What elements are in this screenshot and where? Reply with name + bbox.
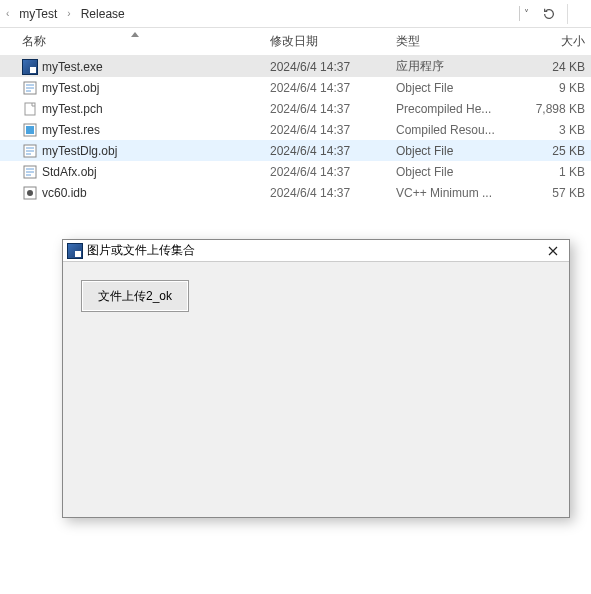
file-row[interactable]: vc60.idb2024/6/4 14:37VC++ Minimum ...57… <box>0 182 591 203</box>
file-date: 2024/6/4 14:37 <box>270 165 390 179</box>
file-date: 2024/6/4 14:37 <box>270 81 390 95</box>
file-type: Compiled Resou... <box>390 123 510 137</box>
file-icon <box>22 101 38 117</box>
search-area[interactable] <box>567 4 583 24</box>
file-name: myTestDlg.obj <box>42 144 117 158</box>
svg-rect-1 <box>25 103 35 115</box>
refresh-button[interactable] <box>539 4 559 24</box>
app-icon <box>67 243 83 259</box>
address-bar[interactable]: ‹ myTest › Release ˅ <box>0 0 591 28</box>
file-row[interactable]: myTest.pch2024/6/4 14:37Precompiled He..… <box>0 98 591 119</box>
file-list: 名称 修改日期 类型 大小 myTest.exe2024/6/4 14:37应用… <box>0 28 591 203</box>
dialog-body: 文件上传2_ok <box>63 262 569 330</box>
file-type: 应用程序 <box>390 58 510 75</box>
column-headers: 名称 修改日期 类型 大小 <box>0 28 591 56</box>
file-type: Object File <box>390 165 510 179</box>
dropdown-icon[interactable]: ˅ <box>519 6 533 21</box>
file-name: StdAfx.obj <box>42 165 97 179</box>
chevron-right-icon: › <box>65 8 72 19</box>
col-type-header[interactable]: 类型 <box>390 33 510 50</box>
col-date-header[interactable]: 修改日期 <box>270 33 390 50</box>
breadcrumb-item[interactable]: Release <box>77 5 129 23</box>
file-row[interactable]: myTest.obj2024/6/4 14:37Object File9 KB <box>0 77 591 98</box>
file-row[interactable]: myTest.exe2024/6/4 14:37应用程序24 KB <box>0 56 591 77</box>
close-button[interactable] <box>539 241 567 261</box>
file-type: Object File <box>390 144 510 158</box>
obj-icon <box>22 164 38 180</box>
col-size-header[interactable]: 大小 <box>510 33 591 50</box>
dialog-titlebar[interactable]: 图片或文件上传集合 <box>63 240 569 262</box>
upload-button[interactable]: 文件上传2_ok <box>81 280 189 312</box>
refresh-icon <box>542 7 556 21</box>
file-name: vc60.idb <box>42 186 87 200</box>
exe-icon <box>22 59 38 75</box>
dialog-title: 图片或文件上传集合 <box>87 242 195 259</box>
file-row[interactable]: myTest.res2024/6/4 14:37Compiled Resou..… <box>0 119 591 140</box>
chevron-left-icon: ‹ <box>4 8 11 19</box>
svg-rect-3 <box>26 126 34 134</box>
file-size: 9 KB <box>510 81 591 95</box>
file-type: VC++ Minimum ... <box>390 186 510 200</box>
file-date: 2024/6/4 14:37 <box>270 123 390 137</box>
file-size: 3 KB <box>510 123 591 137</box>
file-date: 2024/6/4 14:37 <box>270 60 390 74</box>
obj-icon <box>22 80 38 96</box>
col-name-header[interactable]: 名称 <box>0 33 270 50</box>
file-size: 24 KB <box>510 60 591 74</box>
file-name: myTest.pch <box>42 102 103 116</box>
obj-icon <box>22 143 38 159</box>
upload-dialog: 图片或文件上传集合 文件上传2_ok <box>62 239 570 518</box>
file-date: 2024/6/4 14:37 <box>270 186 390 200</box>
sort-asc-icon <box>131 32 139 37</box>
file-name: myTest.exe <box>42 60 103 74</box>
file-row[interactable]: myTestDlg.obj2024/6/4 14:37Object File25… <box>0 140 591 161</box>
idb-icon <box>22 185 38 201</box>
res-icon <box>22 122 38 138</box>
file-date: 2024/6/4 14:37 <box>270 144 390 158</box>
svg-point-7 <box>27 190 33 196</box>
col-name-label: 名称 <box>22 33 46 50</box>
file-type: Precompiled He... <box>390 102 510 116</box>
file-date: 2024/6/4 14:37 <box>270 102 390 116</box>
file-row[interactable]: StdAfx.obj2024/6/4 14:37Object File1 KB <box>0 161 591 182</box>
breadcrumb-item[interactable]: myTest <box>15 5 61 23</box>
file-size: 25 KB <box>510 144 591 158</box>
file-size: 57 KB <box>510 186 591 200</box>
close-icon <box>548 246 558 256</box>
file-size: 1 KB <box>510 165 591 179</box>
file-type: Object File <box>390 81 510 95</box>
file-name: myTest.obj <box>42 81 99 95</box>
file-size: 7,898 KB <box>510 102 591 116</box>
file-name: myTest.res <box>42 123 100 137</box>
